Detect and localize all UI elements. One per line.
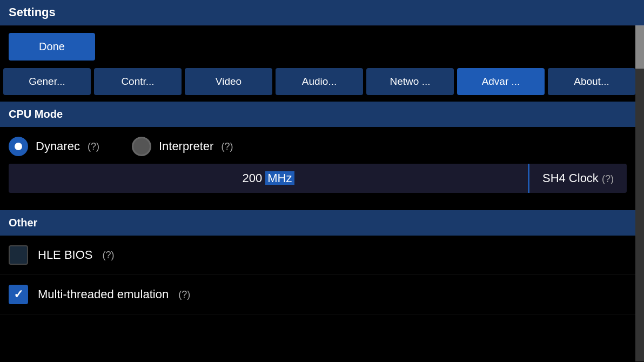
- clock-label: SH4 Clock: [542, 171, 599, 185]
- other-header: Other: [0, 210, 635, 236]
- interpreter-label: Interpreter: [159, 139, 214, 153]
- done-section: Done: [0, 25, 635, 68]
- dynarec-option[interactable]: Dynarec (?): [9, 137, 99, 156]
- dynarec-help[interactable]: (?): [88, 141, 99, 152]
- interpreter-option[interactable]: Interpreter (?): [132, 137, 233, 156]
- clock-unit: MHz: [265, 171, 294, 185]
- clock-number: 200: [242, 171, 265, 185]
- cpu-mode-header: CPU Mode: [0, 102, 635, 127]
- tab-video[interactable]: Video: [185, 68, 272, 95]
- hle-bios-row[interactable]: HLE BIOS (?): [0, 236, 635, 275]
- interpreter-help[interactable]: (?): [221, 141, 233, 152]
- tab-general[interactable]: Gener...: [3, 68, 91, 95]
- tab-network[interactable]: Netwo ...: [366, 68, 454, 95]
- done-button[interactable]: Done: [9, 33, 95, 61]
- multithreaded-help[interactable]: (?): [178, 289, 190, 300]
- multithreaded-checkbox[interactable]: [9, 285, 28, 304]
- dynarec-radio[interactable]: [9, 137, 28, 156]
- cpu-mode-section: CPU Mode Dynarec (?) Interpreter (?): [0, 102, 635, 205]
- tab-audio[interactable]: Audio...: [276, 68, 363, 95]
- title-bar: Settings: [0, 0, 644, 25]
- other-section: Other HLE BIOS (?) Multi-threaded emulat…: [0, 210, 635, 314]
- cpu-mode-radio-row: Dynarec (?) Interpreter (?): [9, 137, 627, 156]
- content-area: Done Gener... Contr... Video Audio... Ne…: [0, 25, 635, 361]
- multithreaded-row[interactable]: Multi-threaded emulation (?): [0, 275, 635, 314]
- scrollbar-thumb[interactable]: [635, 25, 644, 69]
- hle-bios-label: HLE BIOS: [38, 248, 92, 262]
- tab-advanced[interactable]: Advar ...: [457, 68, 545, 95]
- cpu-mode-content: Dynarec (?) Interpreter (?) 200 MHz: [0, 127, 635, 205]
- clock-label-group: SH4 Clock (?): [529, 164, 627, 193]
- interpreter-radio[interactable]: [132, 137, 151, 156]
- hle-bios-checkbox[interactable]: [9, 245, 28, 265]
- tab-controls[interactable]: Contr...: [94, 68, 182, 95]
- clock-row: 200 MHz SH4 Clock (?): [9, 164, 627, 193]
- scrollbar[interactable]: [635, 25, 644, 361]
- title-label: Settings: [9, 5, 56, 19]
- clock-value-display[interactable]: 200 MHz: [9, 164, 529, 193]
- tab-about[interactable]: About...: [548, 68, 635, 95]
- dynarec-label: Dynarec: [36, 139, 80, 153]
- hle-bios-help[interactable]: (?): [102, 250, 114, 261]
- multithreaded-label: Multi-threaded emulation: [38, 287, 169, 301]
- tabs-row: Gener... Contr... Video Audio... Netwo .…: [0, 68, 635, 102]
- clock-help[interactable]: (?): [602, 173, 614, 184]
- main-container: Done Gener... Contr... Video Audio... Ne…: [0, 25, 644, 361]
